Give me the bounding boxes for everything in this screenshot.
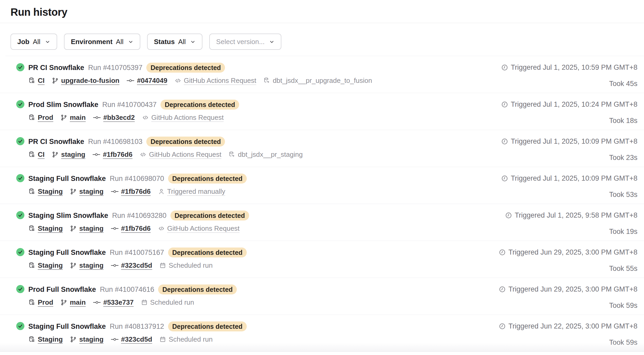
chevron-down-icon	[45, 39, 50, 45]
branch-link[interactable]: main	[60, 298, 86, 306]
job-name-link[interactable]: Staging Full Snowflake	[28, 322, 106, 331]
run-duration: Took 53s	[609, 191, 637, 199]
clock-icon	[505, 212, 512, 219]
job-name-link[interactable]: Staging Slim Snowflake	[28, 212, 108, 220]
filter-status-button[interactable]: Status All	[147, 34, 202, 50]
run-status-success-icon	[16, 211, 24, 219]
run-main: Prod Slim Snowflake Run #410700437 Depre…	[28, 100, 501, 122]
run-row[interactable]: Staging Full Snowflake Run #408137912 De…	[0, 315, 644, 352]
commit-sha: #323cd5d	[121, 261, 152, 270]
commit-link[interactable]: #1fb76d6	[92, 150, 132, 159]
run-timing: Triggered Jun 22, 2025, 3:00 PM GMT+8 To…	[499, 321, 637, 347]
triggered-timestamp: Triggered Jun 29, 2025, 3:00 PM GMT+8	[499, 248, 637, 256]
job-name-link[interactable]: PR CI Snowflake	[28, 64, 84, 72]
branch-link[interactable]: main	[60, 113, 86, 122]
environment-name: Staging	[38, 187, 63, 196]
run-duration: Took 59s	[609, 302, 637, 310]
run-row[interactable]: Prod Full Snowflake Run #410074616 Depre…	[0, 278, 644, 315]
triggered-timestamp: Triggered Jul 1, 2025, 9:58 PM GMT+8	[505, 211, 637, 219]
trigger-info: Scheduled run	[159, 335, 213, 343]
run-number: Run #408137912	[110, 322, 164, 331]
git-commit-icon	[111, 225, 119, 232]
schema-info: dbt_jsdx__pr_upgrade_to_fusion	[263, 76, 372, 85]
run-title-line: Prod Full Snowflake Run #410074616 Depre…	[28, 284, 499, 294]
run-timing: Triggered Jul 1, 2025, 10:09 PM GMT+8 To…	[501, 174, 637, 199]
job-name-link[interactable]: PR CI Snowflake	[28, 138, 84, 146]
environment-link[interactable]: Prod	[28, 298, 53, 306]
trigger-label: Triggered manually	[167, 187, 226, 196]
environment-link[interactable]: CI	[28, 76, 45, 85]
page-header: Run history	[0, 0, 644, 23]
run-row[interactable]: Prod Slim Snowflake Run #410700437 Depre…	[0, 93, 644, 130]
run-status-success-icon	[16, 100, 24, 108]
git-branch-icon	[60, 114, 67, 121]
branch-link[interactable]: staging	[70, 335, 103, 343]
commit-link[interactable]: #1fb76d6	[111, 187, 151, 196]
branch-name: main	[70, 113, 86, 122]
commit-link[interactable]: #533e737	[93, 298, 134, 306]
run-timing: Triggered Jul 1, 2025, 9:58 PM GMT+8 Too…	[505, 211, 637, 236]
run-row[interactable]: PR CI Snowflake Run #410698103 Deprecati…	[0, 130, 644, 167]
run-number: Run #410698103	[88, 138, 142, 146]
deprecations-badge: Deprecations detected	[146, 63, 225, 73]
clock-icon	[501, 138, 508, 145]
deprecations-badge: Deprecations detected	[168, 174, 247, 184]
environment-link[interactable]: Staging	[28, 187, 63, 196]
run-duration: Took 59s	[609, 338, 637, 347]
run-main: Staging Slim Snowflake Run #410693280 De…	[28, 211, 505, 233]
run-row[interactable]: PR CI Snowflake Run #410705397 Deprecati…	[0, 56, 644, 93]
environment-link[interactable]: Staging	[28, 335, 63, 343]
filter-job-button[interactable]: Job All	[10, 34, 57, 50]
filter-version-button[interactable]: Select version...	[209, 34, 281, 50]
clock-icon	[501, 101, 508, 108]
filter-value: All	[33, 38, 40, 46]
run-row[interactable]: Staging Full Snowflake Run #410075167 De…	[0, 241, 644, 278]
deprecations-badge: Deprecations detected	[168, 321, 247, 331]
run-main: Staging Full Snowflake Run #410698070 De…	[28, 174, 501, 196]
commit-link[interactable]: #0474049	[126, 76, 167, 85]
commit-link[interactable]: #1fb76d6	[111, 224, 151, 233]
environment-link[interactable]: Staging	[28, 224, 63, 233]
filter-environment-button[interactable]: Environment All	[64, 34, 140, 50]
environment-name: Staging	[38, 224, 63, 233]
branch-link[interactable]: staging	[52, 150, 85, 159]
branch-link[interactable]: staging	[70, 187, 103, 196]
branch-link[interactable]: staging	[70, 224, 103, 233]
environment-link[interactable]: CI	[28, 150, 45, 159]
job-name-link[interactable]: Prod Slim Snowflake	[28, 101, 98, 109]
triggered-text: Triggered Jul 1, 2025, 10:59 PM GMT+8	[511, 63, 637, 72]
page-title: Run history	[10, 6, 634, 18]
clock-icon	[501, 64, 508, 71]
environment-name: CI	[38, 150, 45, 159]
trigger-info: GitHub Actions Request	[158, 224, 240, 233]
run-main: PR CI Snowflake Run #410705397 Deprecati…	[28, 63, 501, 85]
trigger-label: GitHub Actions Request	[167, 224, 240, 233]
run-number: Run #410074616	[100, 286, 154, 294]
environment-link[interactable]: Staging	[28, 261, 63, 270]
commit-link[interactable]: #bb3ecd2	[93, 113, 135, 122]
branch-name: upgrade-to-fusion	[61, 76, 119, 85]
commit-sha: #323cd5d	[121, 335, 152, 343]
triggered-timestamp: Triggered Jul 1, 2025, 10:09 PM GMT+8	[501, 137, 637, 146]
triggered-timestamp: Triggered Jun 29, 2025, 3:00 PM GMT+8	[499, 285, 637, 293]
branch-link[interactable]: staging	[70, 261, 103, 270]
environment-link[interactable]: Prod	[28, 113, 53, 122]
commit-sha: #1fb76d6	[121, 187, 151, 196]
job-name-link[interactable]: Staging Full Snowflake	[28, 175, 106, 183]
run-row[interactable]: Staging Slim Snowflake Run #410693280 De…	[0, 204, 644, 241]
environment-database-icon	[28, 225, 35, 232]
branch-link[interactable]: upgrade-to-fusion	[52, 76, 119, 85]
deprecations-badge: Deprecations detected	[158, 284, 237, 294]
job-name-link[interactable]: Prod Full Snowflake	[28, 286, 96, 294]
triggered-text: Triggered Jun 29, 2025, 3:00 PM GMT+8	[508, 285, 637, 293]
run-row[interactable]: Staging Full Snowflake Run #410698070 De…	[0, 167, 644, 204]
job-name-link[interactable]: Staging Full Snowflake	[28, 249, 106, 257]
commit-link[interactable]: #323cd5d	[111, 261, 152, 270]
commit-link[interactable]: #323cd5d	[111, 335, 152, 343]
git-branch-icon	[60, 299, 67, 306]
trigger-label: GitHub Actions Request	[149, 150, 221, 159]
deprecations-badge: Deprecations detected	[170, 211, 249, 220]
branch-name: staging	[79, 224, 103, 233]
run-title-line: PR CI Snowflake Run #410705397 Deprecati…	[28, 63, 501, 73]
run-title-line: Staging Full Snowflake Run #410075167 De…	[28, 248, 499, 257]
